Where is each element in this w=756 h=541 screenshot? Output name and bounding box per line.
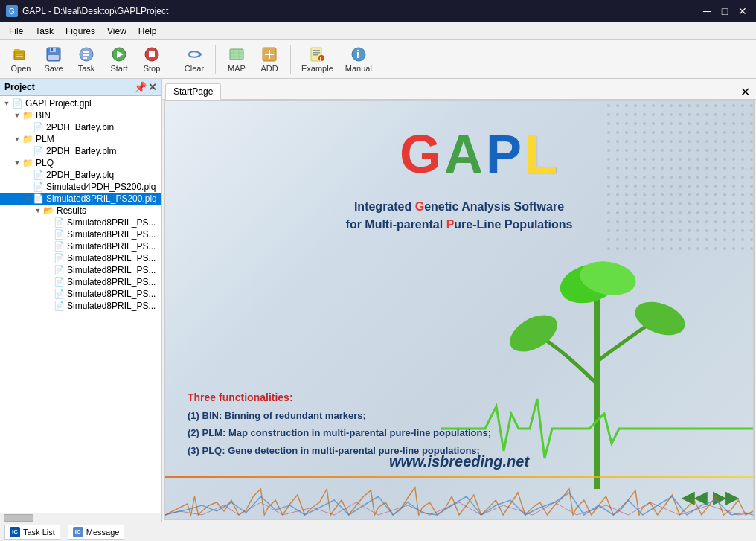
maximize-button[interactable]: □	[717, 4, 732, 19]
main-layout: Project 📌 ✕ ▼ 📄 GAPLProject.gpl ▼ 📁 BIN	[0, 79, 756, 522]
tree-item-plq-sim8[interactable]: ▼ 📄 Simulated8PRIL_PS200.plq	[0, 193, 161, 205]
tool-manual-label: Manual	[345, 64, 372, 73]
svg-rect-24	[313, 54, 318, 56]
tree-item-plq-barley[interactable]: 📄 2PDH_Barley.plq	[0, 169, 161, 181]
tool-start-label: Start	[110, 64, 127, 73]
tool-example[interactable]: ! Example	[297, 44, 338, 74]
svg-rect-11	[83, 57, 87, 59]
tree-item-r6[interactable]: 📄Simulated8PRIL_PS...	[0, 276, 161, 288]
tool-map[interactable]: MAP	[222, 44, 252, 74]
svg-text:!: !	[320, 57, 321, 62]
tool-start[interactable]: Start	[104, 44, 134, 74]
minimize-button[interactable]: ─	[699, 4, 714, 19]
project-label: Project	[4, 82, 35, 92]
toolbar-separator-2	[215, 45, 216, 74]
message-icon: IC	[73, 527, 83, 537]
tree-label-r1: Simulated8PRIL_PS...	[67, 217, 156, 228]
tab-bar: StartPage ✕	[162, 79, 756, 100]
tree-item-gpl[interactable]: ▼ 📄 GAPLProject.gpl	[0, 97, 161, 109]
menu-help[interactable]: Help	[132, 25, 163, 38]
tool-map-label: MAP	[228, 64, 246, 73]
tree-item-r5[interactable]: 📄Simulated8PRIL_PS...	[0, 264, 161, 276]
tree-item-r3[interactable]: 📄Simulated8PRIL_PS...	[0, 240, 161, 252]
app-icon: G	[6, 5, 18, 17]
pin-button[interactable]: 📌	[134, 81, 147, 93]
func-title: Three functionalities:	[188, 388, 491, 407]
svg-rect-2	[16, 54, 23, 55]
map-icon	[228, 45, 246, 63]
tool-save-label: Save	[44, 64, 63, 73]
tool-save[interactable]: Save	[39, 44, 68, 74]
panel-close-button[interactable]: ✕	[148, 81, 157, 93]
status-tasklist[interactable]: IC Task List	[4, 525, 60, 540]
svg-rect-23	[313, 52, 320, 54]
clear-icon	[185, 45, 203, 63]
tool-stop[interactable]: Stop	[137, 44, 167, 74]
tree-item-plq[interactable]: ▼ 📁 PLQ	[0, 157, 161, 169]
tool-clear-label: Clear	[185, 64, 204, 73]
tool-open[interactable]: Open	[6, 44, 36, 74]
tree-item-plm[interactable]: ▼ 📁 PLM	[0, 133, 161, 145]
stop-icon	[143, 45, 161, 63]
tree-item-r7[interactable]: 📄Simulated8PRIL_PS...	[0, 288, 161, 300]
tool-example-label: Example	[301, 64, 333, 73]
tasklist-label: Task List	[23, 528, 55, 537]
close-all-button[interactable]: ✕	[737, 85, 753, 99]
website-url: www.isbreeding.net	[389, 453, 529, 470]
tool-clear[interactable]: Clear	[179, 44, 209, 74]
functionalities-block: Three functionalities: (1) BIN: Binning …	[188, 388, 491, 459]
window-controls: ─ □ ✕	[699, 4, 750, 19]
task-icon	[77, 45, 95, 63]
tree-label-bin: BIN	[36, 110, 51, 121]
tool-manual[interactable]: i Manual	[341, 44, 377, 74]
tree-item-r8[interactable]: 📄Simulated8PRIL_PS...	[0, 300, 161, 312]
tree-item-plm-barley[interactable]: 📄 2PDH_Barley.plm	[0, 145, 161, 157]
svg-rect-0	[14, 51, 25, 60]
project-panel: Project 📌 ✕ ▼ 📄 GAPLProject.gpl ▼ 📁 BIN	[0, 79, 162, 522]
svg-rect-17	[230, 49, 243, 60]
tree-item-r1[interactable]: 📄Simulated8PRIL_PS...	[0, 217, 161, 228]
project-header: Project 📌 ✕	[0, 79, 161, 96]
toolbar: Open Save Task Start Stop Clear	[0, 40, 756, 79]
menu-task[interactable]: Task	[29, 25, 60, 38]
tree-item-bin[interactable]: ▼ 📁 BIN	[0, 109, 161, 121]
tree-label-r7: Simulated8PRIL_PS...	[67, 289, 156, 299]
horizontal-scrollbar[interactable]	[0, 513, 161, 522]
window-title: GAPL - D:\leal\Desktop\GAPLProject	[22, 6, 168, 16]
close-button[interactable]: ✕	[735, 4, 750, 19]
func1: (1) BIN: Binning of redundant markers;	[188, 407, 491, 424]
tree-item-results[interactable]: ▼ 📂 Results	[0, 205, 161, 217]
tree-area[interactable]: ▼ 📄 GAPLProject.gpl ▼ 📁 BIN 📄 2PDH_Barle…	[0, 96, 161, 513]
tree-label-r3: Simulated8PRIL_PS...	[67, 241, 156, 252]
svg-marker-16	[199, 51, 202, 57]
tree-label-r4: Simulated8PRIL_PS...	[67, 253, 156, 263]
subtitle-text1: Integrated	[354, 200, 415, 213]
tree-item-r4[interactable]: 📄Simulated8PRIL_PS...	[0, 252, 161, 264]
func2: (2) PLM: Map construction in multi-paren…	[188, 424, 491, 441]
tasklist-icon: IC	[10, 527, 20, 537]
tree-item-r2[interactable]: 📄Simulated8PRIL_PS...	[0, 228, 161, 240]
tab-startpage[interactable]: StartPage	[165, 83, 221, 100]
start-page: GAPL Integrated Genetic Analysis Softwar…	[165, 101, 753, 519]
tree-item-bin-barley[interactable]: 📄 2PDH_Barley.bin	[0, 121, 161, 133]
menu-view[interactable]: View	[101, 25, 132, 38]
save-icon	[45, 45, 63, 63]
message-label: Message	[86, 528, 120, 537]
scrollbar-thumb[interactable]	[4, 514, 33, 522]
svg-rect-15	[149, 51, 155, 57]
menu-file[interactable]: File	[3, 25, 29, 38]
tool-task[interactable]: Task	[71, 44, 101, 74]
toolbar-separator-1	[173, 45, 173, 74]
tool-add[interactable]: ADD	[254, 44, 284, 74]
svg-rect-3	[16, 56, 23, 57]
title-bar: G GAPL - D:\leal\Desktop\GAPLProject ─ □…	[0, 0, 756, 22]
status-message[interactable]: IC Message	[68, 525, 125, 540]
chart-svg	[165, 474, 753, 519]
menu-figures[interactable]: Figures	[60, 25, 101, 38]
tree-label-plm-barley: 2PDH_Barley.plm	[46, 146, 116, 156]
tree-label-plq-sim8: Simulated8PRIL_PS200.plq	[46, 193, 157, 204]
open-icon	[12, 45, 30, 63]
svg-rect-1	[14, 49, 20, 51]
tree-label-bin-barley: 2PDH_Barley.bin	[46, 122, 114, 132]
tree-item-plq-sim4[interactable]: 📄 Simulated4PDH_PS200.plq	[0, 181, 161, 193]
